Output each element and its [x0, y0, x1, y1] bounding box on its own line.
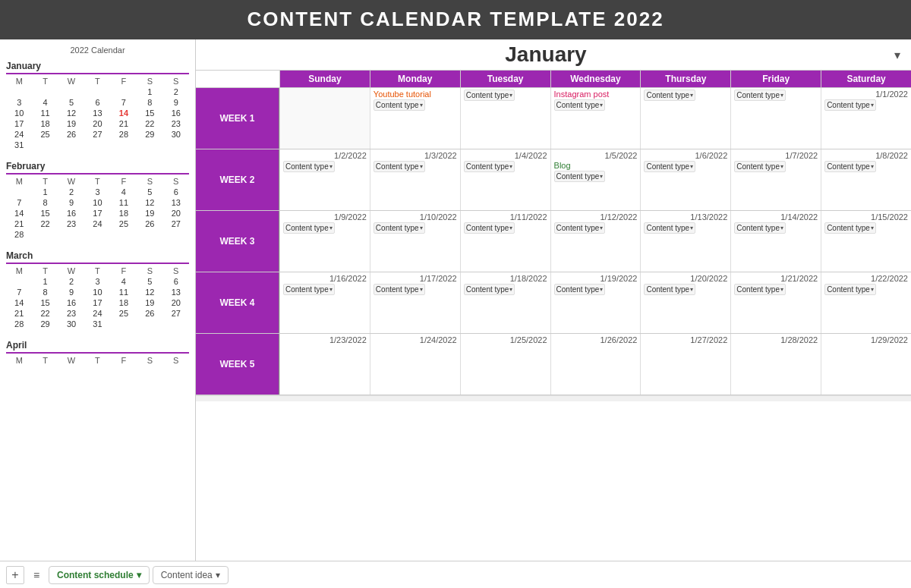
mini-cal-day[interactable]: 22 — [32, 308, 58, 319]
mini-cal-day[interactable]: 1 — [32, 187, 58, 197]
content-type-dropdown[interactable]: Content type▾ — [374, 99, 425, 111]
day-cell-w2-d4[interactable]: 1/5/2022BlogContent type▾ — [550, 149, 641, 210]
mini-cal-day[interactable]: 31 — [6, 140, 32, 150]
day-cell-w5-d4[interactable]: 1/26/2022 — [550, 334, 641, 395]
mini-cal-day[interactable]: 31 — [84, 319, 110, 329]
day-cell-w1-d6[interactable]: Content type▾ — [730, 88, 821, 149]
mini-cal-day[interactable]: 13 — [84, 108, 110, 118]
day-cell-w5-d7[interactable]: 1/29/2022 — [821, 334, 911, 395]
mini-cal-day[interactable]: 3 — [6, 97, 32, 108]
mini-cal-day[interactable]: 18 — [32, 118, 58, 129]
tab-content-schedule[interactable]: Content schedule ▾ — [49, 566, 150, 584]
tab-content-idea[interactable]: Content idea ▾ — [153, 566, 229, 584]
mini-cal-day[interactable]: 19 — [137, 297, 162, 308]
day-cell-w4-d4[interactable]: 1/19/2022Content type▾ — [550, 272, 641, 333]
mini-cal-day[interactable]: 8 — [137, 97, 162, 108]
mini-cal-day[interactable]: 14 — [6, 208, 32, 219]
content-type-dropdown[interactable]: Content type▾ — [554, 99, 606, 111]
mini-cal-day[interactable]: 7 — [6, 287, 32, 297]
day-cell-w2-d5[interactable]: 1/6/2022Content type▾ — [640, 149, 730, 210]
month-nav-button[interactable]: ▾ — [890, 46, 905, 64]
add-sheet-button[interactable]: + — [6, 566, 24, 584]
day-cell-w1-d4[interactable]: Instagram postContent type▾ — [550, 88, 641, 149]
day-cell-w3-d6[interactable]: 1/14/2022Content type▾ — [730, 211, 821, 272]
mini-cal-day[interactable]: 25 — [111, 219, 137, 229]
content-type-dropdown[interactable]: Content type▾ — [464, 90, 515, 101]
day-cell-w4-d6[interactable]: 1/21/2022Content type▾ — [730, 272, 821, 333]
mini-cal-day[interactable]: 9 — [163, 97, 189, 108]
day-cell-w4-d2[interactable]: 1/17/2022Content type▾ — [370, 272, 460, 333]
mini-cal-day[interactable]: 4 — [111, 187, 137, 197]
mini-cal-day[interactable]: 19 — [58, 118, 84, 129]
mini-cal-day[interactable]: 24 — [84, 308, 110, 319]
mini-cal-day[interactable]: 27 — [163, 219, 189, 229]
mini-cal-day[interactable]: 27 — [163, 308, 189, 319]
mini-cal-day[interactable]: 25 — [32, 129, 58, 140]
mini-cal-day[interactable]: 9 — [58, 197, 84, 208]
mini-cal-day[interactable]: 16 — [58, 297, 84, 308]
content-type-dropdown[interactable]: Content type▾ — [464, 222, 515, 234]
mini-cal-day[interactable]: 17 — [84, 208, 110, 219]
mini-cal-day[interactable]: 4 — [111, 276, 137, 287]
day-cell-w2-d2[interactable]: 1/3/2022Content type▾ — [370, 149, 460, 210]
day-cell-w1-d1[interactable] — [279, 88, 370, 149]
content-type-dropdown[interactable]: Content type▾ — [374, 161, 425, 172]
mini-cal-day[interactable]: 21 — [6, 308, 32, 319]
mini-cal-day[interactable]: 11 — [111, 287, 137, 297]
mini-cal-day[interactable]: 11 — [111, 197, 137, 208]
mini-cal-day[interactable]: 23 — [58, 219, 84, 229]
mini-cal-day[interactable]: 14 — [111, 108, 137, 118]
mini-cal-day[interactable]: 3 — [84, 276, 110, 287]
mini-cal-day[interactable]: 29 — [32, 319, 58, 329]
day-cell-w4-d5[interactable]: 1/20/2022Content type▾ — [640, 272, 730, 333]
mini-cal-day[interactable]: 22 — [137, 118, 162, 129]
mini-cal-day[interactable]: 29 — [137, 129, 162, 140]
content-type-dropdown[interactable]: Content type▾ — [283, 161, 335, 172]
mini-cal-day[interactable]: 2 — [58, 187, 84, 197]
day-cell-w5-d1[interactable]: 1/23/2022 — [279, 334, 370, 395]
mini-cal-day[interactable]: 24 — [6, 129, 32, 140]
content-type-dropdown[interactable]: Content type▾ — [644, 90, 695, 101]
mini-cal-day[interactable]: 10 — [84, 287, 110, 297]
mini-cal-day[interactable]: 16 — [58, 208, 84, 219]
mini-cal-day[interactable]: 8 — [32, 197, 58, 208]
mini-cal-day[interactable]: 12 — [137, 197, 162, 208]
content-type-dropdown[interactable]: Content type▾ — [554, 222, 606, 234]
content-type-dropdown[interactable]: Content type▾ — [644, 161, 695, 172]
day-cell-w3-d1[interactable]: 1/9/2022Content type▾ — [279, 211, 370, 272]
mini-cal-day[interactable]: 20 — [163, 297, 189, 308]
day-cell-w1-d7[interactable]: 1/1/2022Content type▾ — [821, 88, 911, 149]
mini-cal-day[interactable]: 23 — [163, 118, 189, 129]
day-cell-w5-d3[interactable]: 1/25/2022 — [460, 334, 550, 395]
day-cell-w4-d7[interactable]: 1/22/2022Content type▾ — [821, 272, 911, 333]
content-type-dropdown[interactable]: Content type▾ — [644, 284, 695, 295]
day-cell-w1-d3[interactable]: Content type▾ — [460, 88, 550, 149]
mini-cal-day[interactable]: 16 — [163, 108, 189, 118]
mini-cal-day[interactable]: 22 — [32, 219, 58, 229]
content-type-dropdown[interactable]: Content type▾ — [464, 284, 515, 295]
day-cell-w3-d2[interactable]: 1/10/2022Content type▾ — [370, 211, 460, 272]
mini-cal-day[interactable]: 6 — [84, 97, 110, 108]
mini-cal-day[interactable]: 11 — [32, 108, 58, 118]
mini-cal-day[interactable]: 20 — [163, 208, 189, 219]
content-type-dropdown[interactable]: Content type▾ — [374, 222, 425, 234]
day-cell-w1-d2[interactable]: Youtube tutorialContent type▾ — [370, 88, 460, 149]
day-cell-w2-d7[interactable]: 1/8/2022Content type▾ — [821, 149, 911, 210]
content-type-dropdown[interactable]: Content type▾ — [554, 284, 606, 295]
mini-cal-day[interactable]: 12 — [137, 287, 162, 297]
day-cell-w5-d5[interactable]: 1/27/2022 — [640, 334, 730, 395]
mini-cal-day[interactable]: 18 — [111, 297, 137, 308]
mini-cal-day[interactable]: 30 — [58, 319, 84, 329]
mini-cal-day[interactable]: 8 — [32, 287, 58, 297]
mini-cal-day[interactable]: 21 — [111, 118, 137, 129]
mini-cal-day[interactable]: 14 — [6, 297, 32, 308]
day-cell-w3-d4[interactable]: 1/12/2022Content type▾ — [550, 211, 641, 272]
mini-cal-day[interactable]: 12 — [58, 108, 84, 118]
day-cell-w1-d5[interactable]: Content type▾ — [640, 88, 730, 149]
content-type-dropdown[interactable]: Content type▾ — [734, 222, 786, 234]
content-type-dropdown[interactable]: Content type▾ — [824, 161, 876, 172]
mini-cal-day[interactable]: 28 — [111, 129, 137, 140]
mini-cal-day[interactable]: 5 — [58, 97, 84, 108]
horizontal-scrollbar[interactable] — [196, 395, 911, 401]
content-type-dropdown[interactable]: Content type▾ — [283, 222, 335, 234]
